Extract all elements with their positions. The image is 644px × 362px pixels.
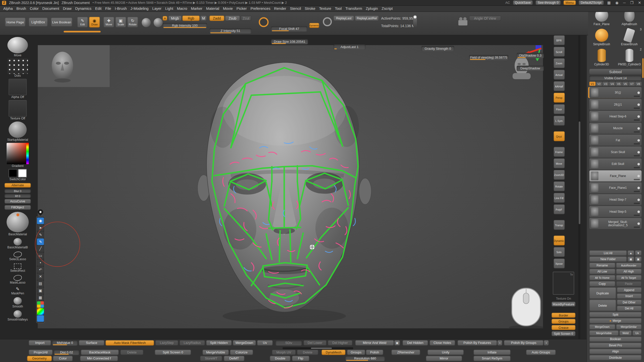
bevel-pro-button[interactable]: Bevel Pro xyxy=(589,343,641,348)
bottom-button[interactable]: • xyxy=(544,340,549,345)
bottom-button[interactable]: Delete xyxy=(120,350,143,355)
merge-button[interactable]: ▸ Merge xyxy=(589,318,641,323)
visible-count-slider[interactable]: Visible Count 14 xyxy=(589,75,641,80)
stroke-preview[interactable] xyxy=(7,37,28,53)
menu-item[interactable]: Material xyxy=(206,7,219,11)
subtool-visibility-tab[interactable]: V8 xyxy=(635,82,641,86)
subtool-visibility-tab[interactable]: V4 xyxy=(609,82,615,86)
new-folder-button[interactable]: New Folder xyxy=(589,256,627,262)
menu-item[interactable]: I-Brush xyxy=(115,7,127,11)
bottom-scrollbar[interactable] xyxy=(283,347,353,349)
visibility-eye-icon[interactable] xyxy=(637,163,640,165)
paste-button[interactable]: Paste xyxy=(616,281,641,286)
subtool-scrollbar[interactable] xyxy=(642,58,643,78)
all-to-target-button[interactable]: All To Target xyxy=(616,275,641,280)
all-to-home-button[interactable]: All To Home xyxy=(589,275,615,280)
menu-item[interactable]: Texture xyxy=(319,7,331,11)
subtool-visibility-tab[interactable]: V1 xyxy=(589,82,595,86)
annotation-tool-icon[interactable]: ▦ xyxy=(37,294,44,301)
mergesimilar-button[interactable]: MergeSimilar xyxy=(616,324,641,330)
quicksave-button[interactable]: QuickSave xyxy=(513,1,533,5)
lightbox-button[interactable]: LightBox xyxy=(29,18,48,27)
select-lasso-icon[interactable] xyxy=(14,252,22,257)
bottom-button[interactable]: Polish By Groups xyxy=(504,340,543,345)
replay-icon[interactable] xyxy=(323,17,332,26)
gyro-knob-icon[interactable] xyxy=(142,18,151,27)
basic-material-b-thumbnail[interactable] xyxy=(14,238,22,245)
subtool-row[interactable]: Head Step-5 xyxy=(589,206,641,217)
m-button[interactable]: M xyxy=(200,16,207,21)
bottom-button[interactable]: DelMT xyxy=(224,356,245,361)
visibility-eye-icon[interactable] xyxy=(637,115,640,118)
visibility-eye-icon[interactable] xyxy=(637,151,640,153)
mask-lasso-icon[interactable] xyxy=(14,275,22,281)
menu-item[interactable]: Draw xyxy=(63,7,71,11)
blur-slider[interactable]: Blur 0 xyxy=(5,189,31,193)
right-shelf-button[interactable]: Floor xyxy=(553,104,565,114)
menu-item[interactable]: Zplugin xyxy=(366,7,378,11)
menu-item[interactable]: Stencil xyxy=(290,7,301,11)
accucurve-button[interactable]: AccuCurve xyxy=(5,199,31,204)
bottom-button[interactable]: Double xyxy=(270,356,291,361)
visibility-eye-icon[interactable] xyxy=(637,103,640,106)
bottom-button[interactable]: Split Screen 0 xyxy=(155,350,191,355)
zsub-button[interactable]: Zsub xyxy=(225,16,240,21)
default-zscript-button[interactable]: DefaultZScript xyxy=(579,1,603,5)
menu-item[interactable]: Picker xyxy=(236,7,247,11)
gravity-strength-slider[interactable]: Gravity Strength 0 xyxy=(421,46,454,51)
texture-slot[interactable] xyxy=(9,100,27,116)
menu-item[interactable]: Macro xyxy=(177,7,187,11)
menu-item[interactable]: J-Modeling xyxy=(131,7,149,11)
append-button[interactable]: Append xyxy=(617,287,641,293)
menu-toggle-button[interactable]: Menu xyxy=(564,1,576,5)
bottom-button[interactable]: Color xyxy=(53,356,73,361)
menu-item[interactable]: Dynamics xyxy=(75,7,92,11)
alternate-button[interactable]: Alternate xyxy=(5,183,31,188)
menu-item[interactable]: Document xyxy=(42,7,59,11)
tool-tray-item[interactable]: 3 EraserBrush xyxy=(617,28,641,47)
uv-button[interactable]: Uv xyxy=(632,330,641,336)
right-shelf-button[interactable]: Rotate xyxy=(553,182,565,191)
all-low-button[interactable]: All Low xyxy=(589,269,615,274)
annotation-tool-icon[interactable]: ◉ xyxy=(37,217,44,224)
color-picker[interactable] xyxy=(7,143,29,164)
menu-item[interactable]: Color xyxy=(30,7,38,11)
folder-up-icon[interactable]: ▣ xyxy=(628,256,634,262)
copy-button[interactable]: Copy xyxy=(589,281,615,286)
focal-shift-slider[interactable]: Focal Shift 47 xyxy=(271,26,307,31)
subtool-row[interactable]: 30감 xyxy=(589,87,641,98)
maximize-button[interactable]: ❐ xyxy=(629,1,634,5)
obj-shadow-slider[interactable]: ObjShadow 0.3 xyxy=(517,53,544,58)
bottom-button[interactable]: Min Connected f xyxy=(80,356,118,361)
texture-preview[interactable]: Te xyxy=(553,272,574,295)
folder-down-icon[interactable]: ▣ xyxy=(635,256,641,262)
bottom-button[interactable]: Polish xyxy=(366,350,383,355)
bottom-button[interactable]: DynaMesh xyxy=(321,350,345,355)
rgb-button[interactable]: Rgb xyxy=(182,16,200,21)
adjust-last-slider[interactable]: AdjustLast 1 xyxy=(334,44,366,50)
right-shelf-button[interactable]: Solo xyxy=(553,247,565,257)
bottom-button[interactable]: Resolution 680 xyxy=(345,356,385,361)
dynamic-mode-button[interactable]: Dynamic xyxy=(309,23,319,28)
home-page-button[interactable]: Home Page xyxy=(5,18,26,27)
duplicate-button[interactable]: Duplicate xyxy=(589,287,616,299)
minimize-button[interactable]: ─ xyxy=(622,1,626,5)
bottom-button[interactable]: LazyRadius xyxy=(179,340,205,345)
annotation-tool-icon[interactable] xyxy=(37,315,44,322)
crease-button[interactable]: Crease xyxy=(552,325,576,330)
menu-item[interactable]: Movie xyxy=(223,7,233,11)
visibility-eye-icon[interactable] xyxy=(637,198,640,201)
menu-item[interactable]: Brush xyxy=(16,7,26,11)
bottom-button[interactable]: Geometry xyxy=(27,356,52,361)
bottom-button[interactable]: Unify xyxy=(428,350,464,355)
subtool-row[interactable]: Fat xyxy=(589,135,641,146)
annotation-tool-icon[interactable]: ▣ xyxy=(37,287,44,294)
subtool-visibility-tab[interactable]: V3 xyxy=(602,82,609,86)
move-up-icon[interactable]: ▲ xyxy=(628,250,634,256)
right-shelf-button[interactable]: Qxyz xyxy=(553,131,565,141)
stroke-type-thumbnail[interactable] xyxy=(7,58,28,74)
delete-button[interactable]: Delete xyxy=(589,300,616,311)
annotation-tool-icon[interactable]: ↶ xyxy=(37,266,44,273)
visibility-eye-icon[interactable] xyxy=(637,127,640,129)
camera-icon[interactable] xyxy=(458,20,467,25)
